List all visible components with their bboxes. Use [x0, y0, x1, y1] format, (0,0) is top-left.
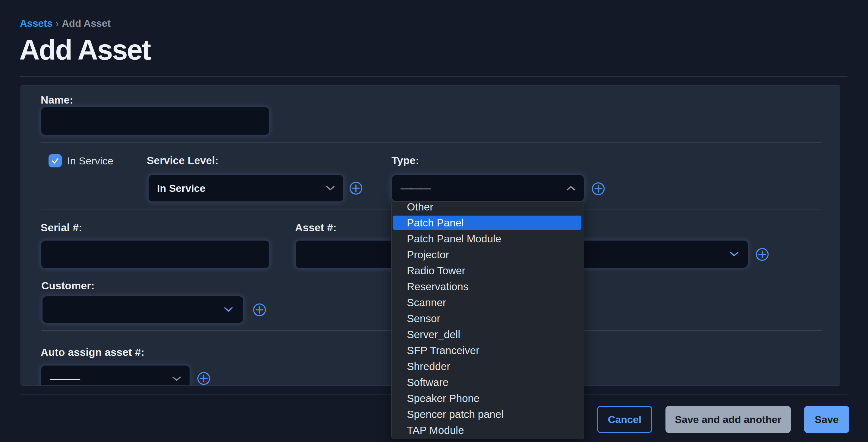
auto-assign-select[interactable]: ——— [41, 365, 190, 386]
breadcrumb: Assets›Add Asset [20, 18, 111, 29]
dropdown-item[interactable]: Other [392, 201, 584, 215]
serial-input[interactable] [41, 240, 270, 269]
chevron-down-icon [224, 307, 233, 312]
type-label: Type: [392, 155, 419, 167]
dropdown-item[interactable]: Reservations [392, 278, 584, 295]
dropdown-item[interactable]: Projector [392, 247, 584, 263]
title-divider [20, 76, 847, 77]
dropdown-item[interactable]: Server_dell [392, 327, 584, 342]
plus-icon [755, 247, 769, 261]
dropdown-item[interactable]: Software [392, 374, 584, 390]
breadcrumb-current: Add Asset [62, 18, 111, 29]
add-customer-button[interactable] [253, 303, 267, 317]
dropdown-item[interactable]: TAP Module [392, 422, 584, 438]
chevron-down-icon [730, 252, 739, 257]
add-service-level-button[interactable] [349, 181, 363, 195]
service-level-label: Service Level: [147, 155, 218, 167]
dropdown-item[interactable]: Patch Panel Module [392, 231, 584, 247]
dropdown-item[interactable]: Shredder [392, 358, 584, 374]
in-service-label: In Service [67, 155, 113, 167]
check-icon [51, 156, 60, 165]
breadcrumb-assets-link[interactable]: Assets [20, 18, 53, 29]
dropdown-item[interactable]: Speaker Phone [392, 390, 584, 406]
cancel-button[interactable]: Cancel [597, 406, 652, 433]
dropdown-item[interactable]: Sensor [392, 310, 584, 327]
chevron-up-icon [566, 186, 575, 191]
serial-label: Serial #: [41, 222, 82, 234]
name-input[interactable] [41, 107, 270, 135]
type-null-option: ——— [401, 182, 430, 195]
add-type-button[interactable] [591, 182, 605, 196]
in-service-checkbox[interactable] [49, 154, 62, 167]
dropdown-item[interactable]: Spencer patch panel [392, 406, 584, 422]
dropdown-item[interactable]: Scanner [392, 295, 584, 310]
customer-select[interactable] [42, 296, 244, 324]
add-related-button[interactable] [755, 247, 769, 261]
type-select[interactable]: ——— [392, 174, 584, 202]
add-auto-assign-button[interactable] [197, 372, 211, 385]
auto-assign-null-option: ——— [50, 372, 79, 385]
chevron-down-icon [172, 376, 181, 381]
page-root: { "breadcrumb": { "root_label": "Assets"… [0, 0, 868, 442]
chevron-down-icon [326, 186, 335, 191]
type-dropdown-list: OtherPatch PanelPatch Panel ModuleProjec… [392, 201, 584, 438]
dropdown-item[interactable]: Patch Panel [392, 215, 584, 231]
dropdown-item[interactable]: Radio Tower [392, 263, 584, 278]
customer-label: Customer: [41, 280, 95, 292]
service-level-value: In Service [157, 182, 206, 194]
plus-icon [253, 303, 267, 317]
auto-assign-label: Auto assign asset #: [41, 346, 144, 358]
dropdown-item[interactable]: SFP Tranceiver [392, 342, 584, 358]
plus-icon [591, 182, 605, 196]
service-level-select[interactable]: In Service [148, 174, 344, 202]
asset-number-label: Asset #: [295, 222, 337, 234]
save-button[interactable]: Save [804, 406, 849, 433]
type-dropdown-panel: OtherPatch PanelPatch Panel ModuleProjec… [391, 201, 584, 439]
name-label: Name: [41, 94, 73, 106]
breadcrumb-separator: › [56, 18, 59, 29]
save-and-add-another-button[interactable]: Save and add another [665, 406, 791, 433]
row-divider [41, 142, 822, 143]
plus-icon [197, 372, 211, 385]
page-title: Add Asset [19, 35, 150, 65]
plus-icon [349, 181, 363, 195]
